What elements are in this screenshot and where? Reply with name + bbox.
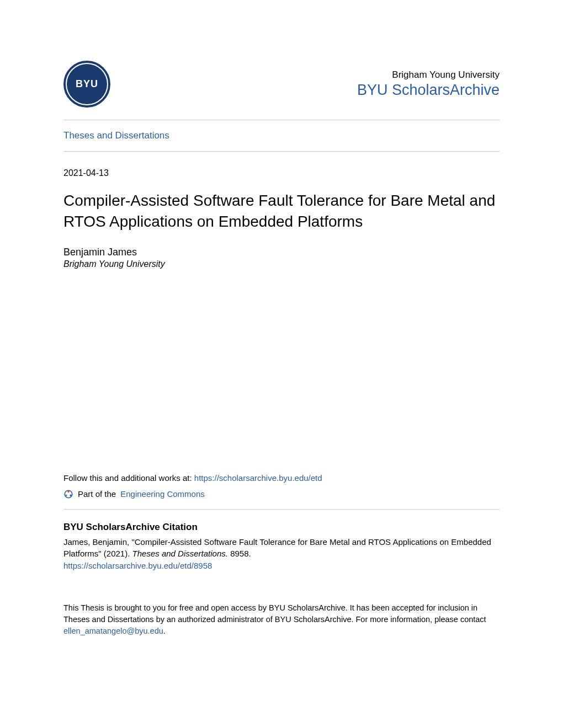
breadcrumb-row: Theses and Dissertations — [63, 120, 500, 152]
follow-url-link[interactable]: https://scholarsarchive.byu.edu/etd — [194, 473, 322, 483]
svg-point-2 — [65, 494, 67, 496]
commons-link[interactable]: Engineering Commons — [120, 489, 205, 499]
citation-series: Theses and Dissertations. — [132, 549, 228, 558]
footer-text-2: . — [163, 627, 166, 635]
svg-point-3 — [70, 494, 71, 496]
page-container: BYU Brigham Young University BYU Scholar… — [0, 0, 563, 670]
publication-date: 2021-04-13 — [63, 168, 500, 178]
header: BYU Brigham Young University BYU Scholar… — [63, 61, 500, 120]
citation-link[interactable]: https://scholarsarchive.byu.edu/etd/8958 — [63, 561, 500, 570]
citation-section: BYU ScholarsArchive Citation James, Benj… — [63, 510, 500, 586]
follow-prefix: Follow this and additional works at: — [63, 473, 194, 483]
citation-text: James, Benjamin, "Compiler-Assisted Soft… — [63, 536, 500, 560]
logo-container: BYU — [63, 61, 110, 108]
university-name: Brigham Young University — [357, 69, 500, 81]
archive-name-link[interactable]: BYU ScholarsArchive — [357, 82, 500, 98]
footer-text-1: This Thesis is brought to you for free a… — [63, 603, 486, 624]
follow-row: Follow this and additional works at: htt… — [63, 473, 500, 483]
citation-heading: BYU ScholarsArchive Citation — [63, 522, 500, 533]
commons-prefix: Part of the — [78, 489, 116, 499]
svg-point-1 — [67, 490, 69, 492]
paper-title: Compiler-Assisted Software Fault Toleran… — [63, 190, 500, 232]
commons-row: Part of the Engineering Commons — [63, 489, 500, 510]
author-name: Benjamin James — [63, 247, 500, 258]
main-content: 2021-04-13 Compiler-Assisted Software Fa… — [63, 152, 500, 637]
university-seal: BYU — [63, 61, 110, 108]
collection-link[interactable]: Theses and Dissertations — [63, 130, 169, 141]
citation-body-1: James, Benjamin, "Compiler-Assisted Soft… — [63, 537, 491, 559]
author-affiliation: Brigham Young University — [63, 259, 500, 269]
university-seal-text: BYU — [67, 64, 107, 104]
contact-email-link[interactable]: ellen_amatangelo@byu.edu — [63, 627, 163, 635]
follow-section: Follow this and additional works at: htt… — [63, 473, 500, 510]
citation-body-2: 8958. — [228, 549, 251, 558]
access-statement: This Thesis is brought to you for free a… — [63, 602, 500, 637]
network-icon — [63, 489, 73, 499]
header-titles: Brigham Young University BYU ScholarsArc… — [357, 69, 500, 99]
